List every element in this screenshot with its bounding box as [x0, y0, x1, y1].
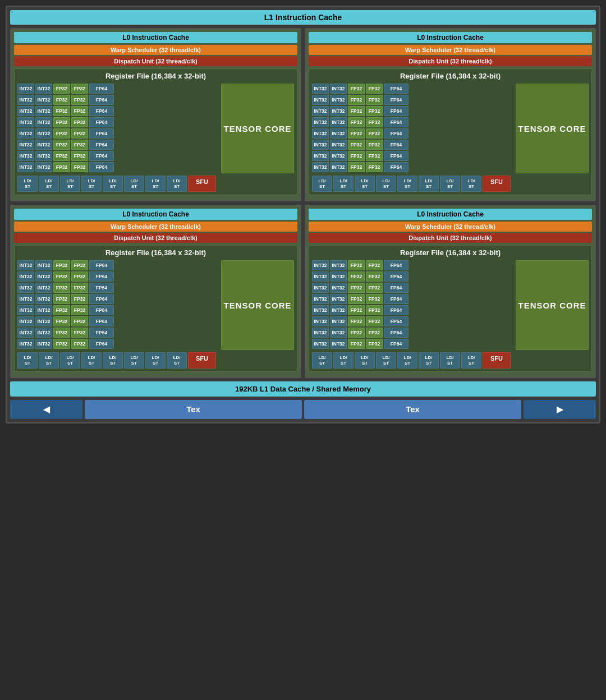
fp32-unit: FP32	[71, 260, 88, 270]
fp64-unit: FP64	[384, 128, 408, 139]
fp32-unit: FP32	[71, 128, 88, 139]
compute-left-2: INT32 INT32 FP32 FP32 FP64 INT32 INT32 F…	[17, 260, 219, 350]
fp32-unit: FP32	[366, 328, 383, 338]
int32-unit: INT32	[312, 339, 329, 349]
int32-unit: INT32	[312, 328, 329, 338]
fp32-unit: FP32	[366, 260, 383, 270]
int32-unit: INT32	[330, 328, 347, 338]
int32-unit: INT32	[330, 271, 347, 282]
ld-st-unit: LD/ST	[39, 176, 59, 192]
tex-right[interactable]: Tex	[304, 400, 521, 419]
fp64-unit: FP64	[89, 339, 114, 349]
int32-unit: INT32	[330, 128, 347, 139]
ld-st-unit: LD/ST	[376, 352, 396, 369]
dispatch-unit-2: Dispatch Unit (32 thread/clk)	[14, 233, 297, 243]
compute-area-0: INT32 INT32 FP32 FP32 FP64 INT32 INT32 F…	[17, 84, 294, 173]
int32-unit: INT32	[330, 162, 347, 172]
sm-grid: L0 Instruction Cache Warp Scheduler (32 …	[10, 28, 596, 378]
ld-st-unit: LD/ST	[376, 176, 396, 192]
fp64-unit: FP64	[384, 151, 408, 161]
register-file-title-3: Register File (16,384 x 32-bit)	[312, 248, 589, 257]
row-0-6: INT32 INT32 FP32 FP32 FP64	[17, 151, 219, 161]
register-file-title-0: Register File (16,384 x 32-bit)	[17, 72, 294, 80]
nav-left-button[interactable]: ◀	[10, 400, 82, 419]
ld-st-unit: LD/ST	[355, 352, 375, 369]
fp32-unit: FP32	[348, 84, 365, 94]
row-0-3: INT32 INT32 FP32 FP32 FP64	[17, 117, 219, 127]
int32-unit: INT32	[330, 106, 347, 116]
fp32-unit: FP32	[71, 271, 88, 282]
fp32-unit: FP32	[53, 84, 70, 94]
int32-unit: INT32	[35, 128, 52, 139]
fp32-unit: FP32	[53, 151, 70, 161]
sfu-unit-0: SFU	[188, 176, 216, 192]
int32-unit: INT32	[312, 316, 329, 326]
ld-st-unit: LD/ST	[124, 176, 144, 192]
fp32-unit: FP32	[366, 140, 383, 150]
fp64-unit: FP64	[384, 328, 408, 338]
dispatch-unit-0: Dispatch Unit (32 thread/clk)	[14, 56, 297, 66]
int32-unit: INT32	[312, 84, 329, 94]
int32-unit: INT32	[17, 271, 34, 282]
warp-scheduler-2: Warp Scheduler (32 thread/clk)	[14, 222, 297, 232]
fp32-unit: FP32	[53, 260, 70, 270]
tensor-core-0: TENSOR CORE	[221, 84, 294, 173]
int32-unit: INT32	[35, 95, 52, 105]
tensor-core-3: TENSOR CORE	[516, 260, 589, 350]
fp32-unit: FP32	[366, 271, 383, 282]
fp32-unit: FP32	[348, 106, 365, 116]
sm-block-3: L0 Instruction Cache Warp Scheduler (32 …	[305, 205, 596, 378]
int32-unit: INT32	[330, 339, 347, 349]
fp32-unit: FP32	[53, 328, 70, 338]
register-file-area-3: Register File (16,384 x 32-bit) INT32 IN…	[309, 245, 592, 372]
int32-unit: INT32	[35, 84, 52, 94]
fp64-unit: FP64	[89, 140, 114, 150]
fp32-unit: FP32	[53, 117, 70, 127]
ld-st-unit: LD/ST	[312, 176, 332, 192]
compute-left-0: INT32 INT32 FP32 FP32 FP64 INT32 INT32 F…	[17, 84, 219, 173]
int32-unit: INT32	[17, 305, 34, 315]
fp32-unit: FP32	[53, 339, 70, 349]
fp32-unit: FP32	[71, 106, 88, 116]
ld-st-unit: LD/ST	[81, 352, 102, 369]
nav-right-button[interactable]: ▶	[524, 400, 596, 419]
ld-st-unit: LD/ST	[81, 176, 102, 192]
fp32-unit: FP32	[348, 117, 365, 127]
fp32-unit: FP32	[53, 305, 70, 315]
fp64-unit: FP64	[384, 305, 408, 315]
fp64-unit: FP64	[384, 162, 408, 172]
sm-block-2: L0 Instruction Cache Warp Scheduler (32 …	[10, 205, 301, 378]
dispatch-unit-3: Dispatch Unit (32 thread/clk)	[309, 233, 592, 243]
bottom-units-1: LD/ST LD/ST LD/ST LD/ST LD/ST LD/ST LD/S…	[312, 176, 589, 192]
sfu-unit-2: SFU	[188, 352, 216, 369]
tex-left[interactable]: Tex	[85, 400, 302, 419]
fp64-unit: FP64	[384, 106, 408, 116]
fp32-unit: FP32	[366, 162, 383, 172]
ld-st-unit: LD/ST	[312, 352, 332, 369]
fp32-unit: FP32	[348, 95, 365, 105]
warp-scheduler-0: Warp Scheduler (32 thread/clk)	[14, 45, 297, 55]
ld-st-unit: LD/ST	[103, 176, 123, 192]
int32-unit: INT32	[312, 95, 329, 105]
fp32-unit: FP32	[348, 140, 365, 150]
fp32-unit: FP32	[53, 162, 70, 172]
fp64-unit: FP64	[89, 151, 114, 161]
register-file-area-2: Register File (16,384 x 32-bit) INT32 IN…	[14, 245, 297, 372]
fp32-unit: FP32	[366, 294, 383, 304]
ld-st-unit: LD/ST	[167, 176, 187, 192]
int32-unit: INT32	[35, 117, 52, 127]
ld-st-unit: LD/ST	[167, 352, 187, 369]
fp32-unit: FP32	[348, 151, 365, 161]
register-file-title-2: Register File (16,384 x 32-bit)	[17, 248, 294, 257]
fp32-unit: FP32	[71, 316, 88, 326]
fp64-unit: FP64	[89, 162, 114, 172]
int32-unit: INT32	[17, 95, 34, 105]
fp32-unit: FP32	[71, 151, 88, 161]
register-file-area-0: Register File (16,384 x 32-bit) INT32 IN…	[14, 68, 297, 195]
int32-unit: INT32	[17, 316, 34, 326]
fp32-unit: FP32	[348, 305, 365, 315]
ld-st-unit: LD/ST	[397, 176, 417, 192]
fp32-unit: FP32	[366, 128, 383, 139]
fp64-unit: FP64	[384, 140, 408, 150]
ld-st-unit: LD/ST	[440, 352, 460, 369]
